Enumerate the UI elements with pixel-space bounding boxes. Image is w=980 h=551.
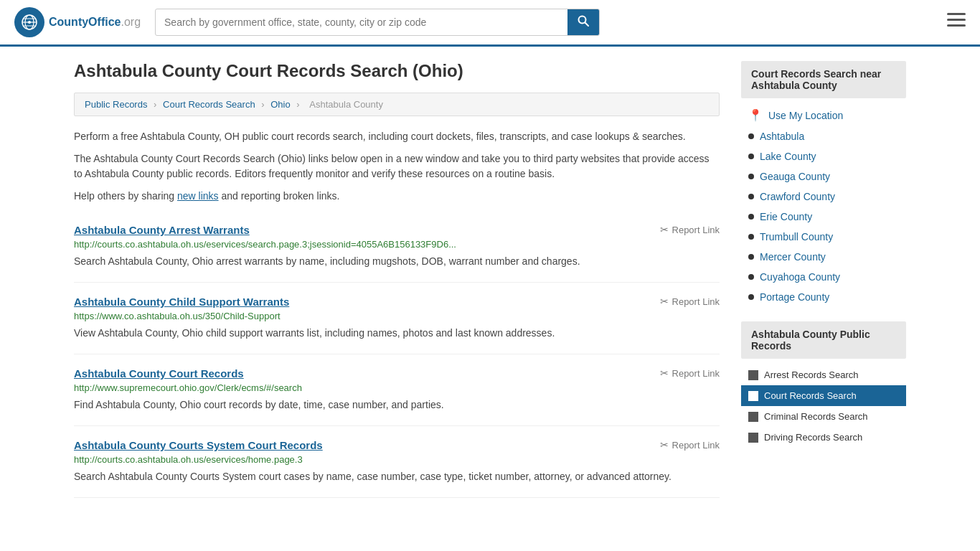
result-title[interactable]: Ashtabula County Court Records xyxy=(74,367,244,380)
use-my-location-link[interactable]: 📍 Use My Location xyxy=(741,104,906,126)
result-header: Ashtabula County Courts System Court Rec… xyxy=(74,439,720,451)
nearby-link-anchor[interactable]: Erie County xyxy=(760,211,812,222)
svg-rect-9 xyxy=(947,13,966,15)
nearby-county-link[interactable]: Crawford County xyxy=(741,187,906,207)
nearby-links-container: AshtabulaLake CountyGeauga CountyCrawfor… xyxy=(741,126,906,307)
result-desc: Search Ashtabula County, Ohio arrest war… xyxy=(74,254,720,269)
nearby-county-link[interactable]: Ashtabula xyxy=(741,126,906,146)
logo[interactable]: CountyOffice.org xyxy=(14,7,141,37)
result-item: Ashtabula County Courts System Court Rec… xyxy=(74,426,720,498)
nearby-link-anchor[interactable]: Ashtabula xyxy=(760,131,804,142)
description-p1: Perform a free Ashtabula County, OH publ… xyxy=(74,129,720,144)
main-container: Ashtabula County Court Records Search (O… xyxy=(60,47,920,512)
nearby-link-anchor[interactable]: Cuyahoga County xyxy=(760,271,840,283)
bullet-dot xyxy=(748,154,754,159)
public-records-section: Ashtabula County Public Records Arrest R… xyxy=(741,321,906,448)
result-url[interactable]: https://www.co.ashtabula.oh.us/350/Child… xyxy=(74,311,720,321)
result-title[interactable]: Ashtabula County Courts System Court Rec… xyxy=(74,439,323,451)
nearby-county-link[interactable]: Portage County xyxy=(741,287,906,307)
nearby-link-anchor[interactable]: Mercer County xyxy=(760,251,826,263)
result-desc: Search Ashtabula County Courts System co… xyxy=(74,469,720,484)
logo-icon xyxy=(14,7,44,37)
result-url[interactable]: http://courts.co.ashtabula.oh.us/eservic… xyxy=(74,239,720,250)
description-p3: Help others by sharing new links and rep… xyxy=(74,189,720,204)
svg-rect-10 xyxy=(947,19,966,21)
report-icon: ✂ xyxy=(660,296,669,307)
nearby-county-link[interactable]: Mercer County xyxy=(741,247,906,267)
bullet-dot xyxy=(748,133,754,139)
result-title[interactable]: Ashtabula County Child Support Warrants xyxy=(74,296,289,308)
page-title: Ashtabula County Court Records Search (O… xyxy=(74,61,720,81)
report-link[interactable]: ✂ Report Link xyxy=(660,296,720,307)
report-link[interactable]: ✂ Report Link xyxy=(660,224,720,235)
report-icon: ✂ xyxy=(660,224,669,235)
header: CountyOffice.org xyxy=(0,0,980,47)
rec-icon xyxy=(748,370,758,380)
menu-button[interactable] xyxy=(947,13,966,32)
result-url[interactable]: http://courts.co.ashtabula.oh.us/eservic… xyxy=(74,454,720,465)
result-title[interactable]: Ashtabula County Arrest Warrants xyxy=(74,224,250,236)
bullet-dot xyxy=(748,174,754,179)
breadcrumb-ohio[interactable]: Ohio xyxy=(270,99,290,110)
search-bar xyxy=(155,9,600,36)
pub-rec-label: Criminal Records Search xyxy=(764,411,868,422)
description-p2: The Ashtabula County Court Records Searc… xyxy=(74,151,720,182)
sidebar: Court Records Search near Ashtabula Coun… xyxy=(741,61,906,498)
bullet-dot xyxy=(748,254,754,260)
svg-rect-11 xyxy=(947,24,966,27)
content-area: Ashtabula County Court Records Search (O… xyxy=(74,61,720,498)
rec-icon xyxy=(748,391,758,401)
public-records-item[interactable]: Arrest Records Search xyxy=(741,364,906,385)
result-desc: Find Ashtabula County, Ohio court record… xyxy=(74,397,720,413)
public-records-item[interactable]: Court Records Search xyxy=(741,385,906,406)
nearby-county-link[interactable]: Trumbull County xyxy=(741,227,906,247)
rec-icon xyxy=(748,433,758,443)
svg-line-8 xyxy=(585,23,589,27)
result-desc: View Ashtabula County, Ohio child suppor… xyxy=(74,326,720,341)
public-records-header: Ashtabula County Public Records xyxy=(741,321,906,359)
pub-rec-label: Arrest Records Search xyxy=(764,369,859,380)
result-item: Ashtabula County Court Records ✂ Report … xyxy=(74,354,720,426)
result-url[interactable]: http://www.supremecourt.ohio.gov/Clerk/e… xyxy=(74,382,720,393)
breadcrumb-public-records[interactable]: Public Records xyxy=(85,99,147,110)
result-item: Ashtabula County Child Support Warrants … xyxy=(74,283,720,354)
bullet-dot xyxy=(748,294,754,300)
breadcrumb-current: Ashtabula County xyxy=(309,99,383,110)
result-header: Ashtabula County Child Support Warrants … xyxy=(74,296,720,308)
svg-point-6 xyxy=(28,21,31,24)
public-records-item[interactable]: Criminal Records Search xyxy=(741,406,906,427)
public-records-item[interactable]: Driving Records Search xyxy=(741,427,906,448)
pub-rec-label: Driving Records Search xyxy=(764,432,862,443)
report-link[interactable]: ✂ Report Link xyxy=(660,439,720,451)
nearby-link-anchor[interactable]: Crawford County xyxy=(760,191,835,202)
location-pin-icon: 📍 xyxy=(748,108,763,122)
logo-text: CountyOffice.org xyxy=(49,16,141,28)
result-item: Ashtabula County Arrest Warrants ✂ Repor… xyxy=(74,211,720,283)
bullet-dot xyxy=(748,274,754,280)
nearby-link-anchor[interactable]: Portage County xyxy=(760,291,829,303)
nearby-section: Court Records Search near Ashtabula Coun… xyxy=(741,61,906,307)
use-my-location-anchor[interactable]: Use My Location xyxy=(768,110,843,121)
nearby-county-link[interactable]: Geauga County xyxy=(741,166,906,187)
public-records-container: Arrest Records Search Court Records Sear… xyxy=(741,364,906,448)
nearby-header: Court Records Search near Ashtabula Coun… xyxy=(741,61,906,98)
nearby-link-anchor[interactable]: Geauga County xyxy=(760,171,830,182)
breadcrumb-court-records-search[interactable]: Court Records Search xyxy=(163,99,255,110)
result-header: Ashtabula County Court Records ✂ Report … xyxy=(74,367,720,380)
result-header: Ashtabula County Arrest Warrants ✂ Repor… xyxy=(74,224,720,236)
report-icon: ✂ xyxy=(660,439,669,451)
report-link[interactable]: ✂ Report Link xyxy=(660,367,720,379)
nearby-link-anchor[interactable]: Lake County xyxy=(760,151,816,162)
rec-icon xyxy=(748,412,758,422)
bullet-dot xyxy=(748,234,754,240)
report-icon: ✂ xyxy=(660,367,669,379)
nearby-link-anchor[interactable]: Trumbull County xyxy=(760,231,833,242)
bullet-dot xyxy=(748,214,754,220)
nearby-county-link[interactable]: Lake County xyxy=(741,146,906,166)
breadcrumb: Public Records › Court Records Search › … xyxy=(74,93,720,116)
search-input[interactable] xyxy=(156,11,567,34)
nearby-county-link[interactable]: Cuyahoga County xyxy=(741,267,906,287)
nearby-county-link[interactable]: Erie County xyxy=(741,207,906,227)
search-button[interactable] xyxy=(567,9,599,35)
new-links-link[interactable]: new links xyxy=(177,190,219,202)
